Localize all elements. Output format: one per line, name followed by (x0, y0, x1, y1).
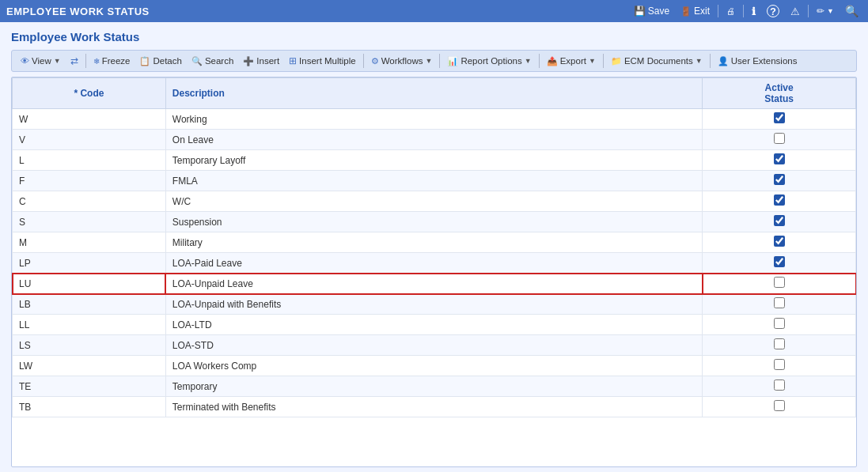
view-label: View (32, 56, 51, 66)
divider (808, 5, 809, 17)
customize-button[interactable]: ✏ ▼ (813, 4, 837, 18)
global-search-icon: 🔍 (845, 5, 859, 17)
active-status-checkbox[interactable] (774, 400, 785, 411)
cell-description: LOA-STD (165, 335, 702, 356)
cell-code: TE (13, 376, 166, 397)
global-search-button[interactable]: 🔍 (842, 3, 862, 19)
user-extensions-button[interactable]: User Extensions (714, 54, 802, 69)
workflows-button[interactable]: Workflows ▼ (367, 54, 437, 69)
cell-active-status (703, 232, 856, 253)
insert-multiple-button[interactable]: Insert Multiple (285, 53, 360, 69)
cell-code: LU (13, 274, 166, 294)
table-row[interactable]: LTemporary Layoff (13, 150, 856, 171)
active-status-checkbox[interactable] (774, 215, 785, 226)
active-status-checkbox[interactable] (774, 174, 785, 185)
cell-code: W (13, 109, 166, 130)
alert-button[interactable]: ⚠ (787, 4, 803, 19)
table-row[interactable]: FFMLA (13, 171, 856, 191)
table-row[interactable]: LPLOA-Paid Leave (13, 253, 856, 274)
column-header-description: Description (165, 78, 702, 109)
active-status-checkbox[interactable] (774, 277, 785, 288)
save-button[interactable]: Save (631, 4, 673, 18)
ecm-dropdown-arrow: ▼ (696, 57, 703, 65)
main-content: Employee Work Status View ▼ Freeze Detac… (0, 22, 868, 472)
divider (743, 5, 744, 17)
freeze-button[interactable]: Freeze (89, 54, 135, 68)
freeze-icon (93, 56, 100, 66)
cell-code: F (13, 171, 166, 191)
top-bar: EMPLOYEE WORK STATUS Save Exit ℹ ? ⚠ ✏ ▼ (0, 0, 868, 22)
active-status-checkbox[interactable] (774, 256, 785, 267)
view-icon (21, 56, 29, 66)
detach-button[interactable]: Detach (135, 54, 185, 69)
ecm-documents-button[interactable]: ECM Documents ▼ (607, 54, 707, 69)
help-button[interactable]: ? (764, 3, 783, 19)
active-status-checkbox[interactable] (774, 194, 785, 206)
table-container: * Code Description ActiveStatus WWorking… (11, 77, 857, 467)
dropdown-arrow: ▼ (827, 7, 834, 15)
cell-description: Suspension (165, 212, 702, 232)
customize-icon: ✏ (817, 6, 824, 17)
table-row[interactable]: CW/C (13, 191, 856, 212)
active-status-checkbox[interactable] (774, 318, 785, 329)
table-row[interactable]: WWorking (13, 109, 856, 130)
move-icon (70, 55, 78, 66)
table-row[interactable]: TETemporary (13, 376, 856, 397)
insert-button[interactable]: Insert (239, 54, 283, 69)
info-button[interactable]: ℹ (749, 4, 759, 19)
detach-icon (139, 56, 150, 66)
cell-description: LOA-Unpaid with Benefits (165, 294, 702, 315)
active-status-checkbox[interactable] (774, 153, 785, 164)
cell-description: Temporary (165, 376, 702, 397)
active-status-checkbox[interactable] (774, 236, 785, 247)
cell-description: FMLA (165, 171, 702, 191)
export-icon (547, 56, 558, 66)
toolbar-divider (539, 54, 540, 68)
view-button[interactable]: View ▼ (17, 54, 65, 68)
cell-code: LW (13, 356, 166, 376)
cell-code: L (13, 150, 166, 171)
cell-code: C (13, 191, 166, 212)
cell-active-status (703, 335, 856, 356)
move-button[interactable] (66, 53, 82, 69)
table-row[interactable]: SSuspension (13, 212, 856, 232)
search-label: Search (205, 56, 233, 66)
table-row[interactable]: MMilitary (13, 232, 856, 253)
table-row[interactable]: VOn Leave (13, 130, 856, 150)
table-row[interactable]: LULOA-Unpaid Leave (13, 274, 856, 294)
active-status-checkbox[interactable] (774, 338, 785, 349)
cell-description: Working (165, 109, 702, 130)
report-options-button[interactable]: Report Options ▼ (443, 54, 535, 69)
active-status-checkbox[interactable] (774, 359, 785, 370)
ecm-icon (611, 56, 622, 66)
print-button[interactable] (723, 4, 738, 18)
table-row[interactable]: LBLOA-Unpaid with Benefits (13, 294, 856, 315)
table-row[interactable]: TBTerminated with Benefits (13, 397, 856, 417)
search-button[interactable]: Search (188, 54, 237, 69)
exit-icon (680, 6, 692, 17)
cell-code: V (13, 130, 166, 150)
insert-icon (243, 56, 254, 66)
cell-code: TB (13, 397, 166, 417)
cell-active-status (703, 212, 856, 232)
cell-active-status (703, 274, 856, 294)
active-status-checkbox[interactable] (774, 379, 785, 391)
cell-active-status (703, 294, 856, 315)
table-row[interactable]: LWLOA Workers Comp (13, 356, 856, 376)
scroll-content[interactable]: * Code Description ActiveStatus WWorking… (12, 77, 856, 466)
cell-description: Terminated with Benefits (165, 397, 702, 417)
active-status-checkbox[interactable] (774, 133, 785, 144)
top-bar-actions: Save Exit ℹ ? ⚠ ✏ ▼ 🔍 (631, 3, 862, 19)
table-row[interactable]: LLLOA-LTD (13, 315, 856, 335)
workflows-label: Workflows (381, 56, 423, 66)
cell-description: LOA-Paid Leave (165, 253, 702, 274)
cell-active-status (703, 253, 856, 274)
exit-button[interactable]: Exit (677, 4, 713, 18)
export-button[interactable]: Export ▼ (543, 54, 600, 69)
cell-code: M (13, 232, 166, 253)
active-status-checkbox[interactable] (774, 112, 785, 123)
cell-description: On Leave (165, 130, 702, 150)
active-status-checkbox[interactable] (774, 297, 785, 308)
table-row[interactable]: LSLOA-STD (13, 335, 856, 356)
insert-multiple-icon (289, 55, 297, 66)
